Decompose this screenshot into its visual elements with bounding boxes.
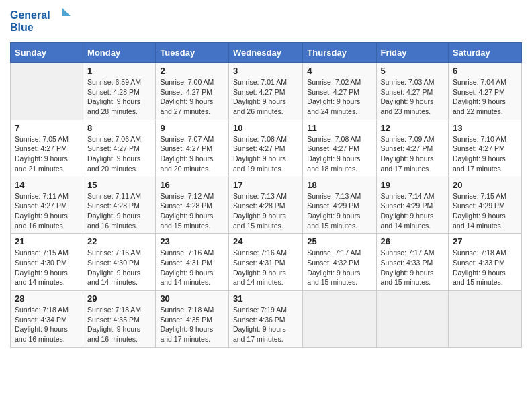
calendar-cell: 16Sunrise: 7:12 AMSunset: 4:28 PMDayligh… bbox=[156, 177, 229, 234]
calendar-cell: 24Sunrise: 7:16 AMSunset: 4:31 PMDayligh… bbox=[228, 234, 302, 291]
day-number: 23 bbox=[160, 236, 224, 246]
day-number: 18 bbox=[307, 180, 371, 190]
day-number: 6 bbox=[453, 66, 517, 76]
weekday-header: Wednesday bbox=[228, 43, 302, 63]
day-number: 10 bbox=[233, 123, 298, 133]
calendar-cell: 1Sunrise: 6:59 AMSunset: 4:28 PMDaylight… bbox=[83, 63, 156, 120]
calendar-cell: 27Sunrise: 7:18 AMSunset: 4:33 PMDayligh… bbox=[449, 234, 522, 291]
calendar-cell: 31Sunrise: 7:19 AMSunset: 4:36 PMDayligh… bbox=[228, 291, 302, 348]
calendar-week-row: 1Sunrise: 6:59 AMSunset: 4:28 PMDaylight… bbox=[11, 63, 522, 120]
page-header: General Blue bbox=[10, 7, 522, 37]
calendar-cell: 9Sunrise: 7:07 AMSunset: 4:27 PMDaylight… bbox=[156, 120, 229, 177]
day-info: Sunrise: 7:08 AMSunset: 4:27 PMDaylight:… bbox=[307, 134, 371, 174]
day-number: 27 bbox=[453, 236, 517, 246]
calendar-cell: 21Sunrise: 7:15 AMSunset: 4:30 PMDayligh… bbox=[11, 234, 83, 291]
day-number: 7 bbox=[15, 123, 79, 133]
day-number: 29 bbox=[87, 293, 151, 304]
day-info: Sunrise: 7:08 AMSunset: 4:27 PMDaylight:… bbox=[233, 134, 298, 174]
day-info: Sunrise: 7:04 AMSunset: 4:27 PMDaylight:… bbox=[453, 77, 517, 117]
day-number: 16 bbox=[160, 180, 224, 190]
day-info: Sunrise: 7:16 AMSunset: 4:31 PMDaylight:… bbox=[233, 248, 298, 287]
day-info: Sunrise: 7:14 AMSunset: 4:29 PMDaylight:… bbox=[381, 191, 445, 231]
svg-text:Blue: Blue bbox=[10, 21, 34, 33]
calendar-cell: 29Sunrise: 7:18 AMSunset: 4:35 PMDayligh… bbox=[83, 291, 156, 348]
calendar-cell: 26Sunrise: 7:17 AMSunset: 4:33 PMDayligh… bbox=[376, 234, 449, 291]
calendar-cell: 5Sunrise: 7:03 AMSunset: 4:27 PMDaylight… bbox=[376, 63, 449, 120]
calendar-cell: 13Sunrise: 7:10 AMSunset: 4:27 PMDayligh… bbox=[449, 120, 522, 177]
day-info: Sunrise: 7:11 AMSunset: 4:28 PMDaylight:… bbox=[87, 191, 151, 231]
calendar-cell: 8Sunrise: 7:06 AMSunset: 4:27 PMDaylight… bbox=[83, 120, 156, 177]
day-number: 3 bbox=[233, 66, 298, 76]
day-number: 1 bbox=[87, 66, 151, 76]
day-info: Sunrise: 7:09 AMSunset: 4:27 PMDaylight:… bbox=[381, 134, 445, 174]
day-info: Sunrise: 6:59 AMSunset: 4:28 PMDaylight:… bbox=[87, 77, 151, 117]
calendar-table: SundayMondayTuesdayWednesdayThursdayFrid… bbox=[10, 42, 522, 348]
logo: General Blue bbox=[10, 7, 71, 37]
calendar-cell bbox=[11, 63, 83, 120]
calendar-cell: 15Sunrise: 7:11 AMSunset: 4:28 PMDayligh… bbox=[83, 177, 156, 234]
weekday-header: Monday bbox=[83, 43, 156, 63]
calendar-cell: 19Sunrise: 7:14 AMSunset: 4:29 PMDayligh… bbox=[376, 177, 449, 234]
logo-svg: General Blue bbox=[10, 7, 71, 37]
day-number: 28 bbox=[15, 293, 79, 304]
day-number: 13 bbox=[453, 123, 517, 133]
calendar-cell bbox=[303, 291, 376, 348]
calendar-cell: 25Sunrise: 7:17 AMSunset: 4:32 PMDayligh… bbox=[303, 234, 376, 291]
day-info: Sunrise: 7:02 AMSunset: 4:27 PMDaylight:… bbox=[307, 77, 371, 117]
calendar-cell: 20Sunrise: 7:15 AMSunset: 4:29 PMDayligh… bbox=[449, 177, 522, 234]
calendar-cell: 6Sunrise: 7:04 AMSunset: 4:27 PMDaylight… bbox=[449, 63, 522, 120]
day-info: Sunrise: 7:18 AMSunset: 4:35 PMDaylight:… bbox=[87, 305, 151, 345]
day-number: 25 bbox=[307, 236, 371, 246]
day-number: 17 bbox=[233, 180, 298, 190]
day-info: Sunrise: 7:01 AMSunset: 4:27 PMDaylight:… bbox=[233, 77, 298, 117]
svg-marker-2 bbox=[62, 8, 71, 16]
day-number: 4 bbox=[307, 66, 371, 76]
calendar-cell: 22Sunrise: 7:16 AMSunset: 4:30 PMDayligh… bbox=[83, 234, 156, 291]
day-number: 21 bbox=[15, 236, 79, 246]
day-info: Sunrise: 7:16 AMSunset: 4:31 PMDaylight:… bbox=[160, 248, 224, 287]
day-info: Sunrise: 7:18 AMSunset: 4:35 PMDaylight:… bbox=[160, 305, 224, 345]
calendar-cell: 17Sunrise: 7:13 AMSunset: 4:28 PMDayligh… bbox=[228, 177, 302, 234]
weekday-header: Tuesday bbox=[156, 43, 229, 63]
day-number: 9 bbox=[160, 123, 224, 133]
calendar-cell: 23Sunrise: 7:16 AMSunset: 4:31 PMDayligh… bbox=[156, 234, 229, 291]
day-info: Sunrise: 7:07 AMSunset: 4:27 PMDaylight:… bbox=[160, 134, 224, 174]
day-info: Sunrise: 7:10 AMSunset: 4:27 PMDaylight:… bbox=[453, 134, 517, 174]
calendar-cell: 28Sunrise: 7:18 AMSunset: 4:34 PMDayligh… bbox=[11, 291, 83, 348]
day-number: 26 bbox=[381, 236, 445, 246]
calendar-cell: 18Sunrise: 7:13 AMSunset: 4:29 PMDayligh… bbox=[303, 177, 376, 234]
day-info: Sunrise: 7:06 AMSunset: 4:27 PMDaylight:… bbox=[87, 134, 151, 174]
day-info: Sunrise: 7:18 AMSunset: 4:34 PMDaylight:… bbox=[15, 305, 79, 345]
calendar-cell: 10Sunrise: 7:08 AMSunset: 4:27 PMDayligh… bbox=[228, 120, 302, 177]
day-number: 11 bbox=[307, 123, 371, 133]
calendar-cell bbox=[449, 291, 522, 348]
day-info: Sunrise: 7:00 AMSunset: 4:27 PMDaylight:… bbox=[160, 77, 224, 117]
weekday-header: Friday bbox=[376, 43, 449, 63]
weekday-header: Saturday bbox=[449, 43, 522, 63]
calendar-cell bbox=[376, 291, 449, 348]
calendar-header-row: SundayMondayTuesdayWednesdayThursdayFrid… bbox=[11, 43, 522, 63]
day-info: Sunrise: 7:18 AMSunset: 4:33 PMDaylight:… bbox=[453, 248, 517, 287]
day-number: 22 bbox=[87, 236, 151, 246]
day-info: Sunrise: 7:05 AMSunset: 4:27 PMDaylight:… bbox=[15, 134, 79, 174]
calendar-cell: 11Sunrise: 7:08 AMSunset: 4:27 PMDayligh… bbox=[303, 120, 376, 177]
day-info: Sunrise: 7:16 AMSunset: 4:30 PMDaylight:… bbox=[87, 248, 151, 287]
day-info: Sunrise: 7:03 AMSunset: 4:27 PMDaylight:… bbox=[381, 77, 445, 117]
day-info: Sunrise: 7:13 AMSunset: 4:28 PMDaylight:… bbox=[233, 191, 298, 231]
day-number: 30 bbox=[160, 293, 224, 304]
day-number: 2 bbox=[160, 66, 224, 76]
calendar-cell: 12Sunrise: 7:09 AMSunset: 4:27 PMDayligh… bbox=[376, 120, 449, 177]
day-number: 12 bbox=[381, 123, 445, 133]
day-info: Sunrise: 7:11 AMSunset: 4:27 PMDaylight:… bbox=[15, 191, 79, 231]
calendar-cell: 3Sunrise: 7:01 AMSunset: 4:27 PMDaylight… bbox=[228, 63, 302, 120]
calendar-cell: 7Sunrise: 7:05 AMSunset: 4:27 PMDaylight… bbox=[11, 120, 83, 177]
weekday-header: Thursday bbox=[303, 43, 376, 63]
day-number: 8 bbox=[87, 123, 151, 133]
day-number: 19 bbox=[381, 180, 445, 190]
calendar-cell: 2Sunrise: 7:00 AMSunset: 4:27 PMDaylight… bbox=[156, 63, 229, 120]
day-info: Sunrise: 7:12 AMSunset: 4:28 PMDaylight:… bbox=[160, 191, 224, 231]
calendar-week-row: 14Sunrise: 7:11 AMSunset: 4:27 PMDayligh… bbox=[11, 177, 522, 234]
calendar-cell: 30Sunrise: 7:18 AMSunset: 4:35 PMDayligh… bbox=[156, 291, 229, 348]
day-number: 5 bbox=[381, 66, 445, 76]
day-info: Sunrise: 7:19 AMSunset: 4:36 PMDaylight:… bbox=[233, 305, 298, 345]
